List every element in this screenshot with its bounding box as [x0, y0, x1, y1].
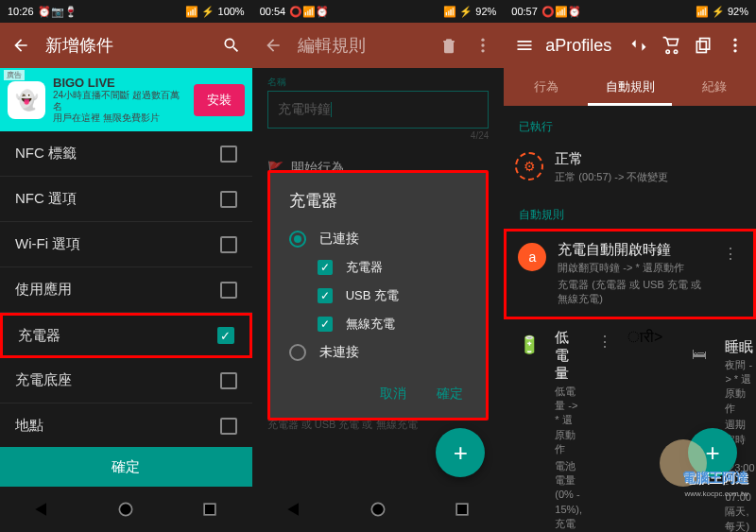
app-bar-title: 編輯規則 [298, 34, 425, 57]
more-icon[interactable] [473, 36, 492, 55]
status-icons: ⏰📷🍷 [38, 6, 77, 18]
screen-aprofiles: 00:57⭕📶⏰ 📶 ⚡ 92% aProfiles 行為 自動規則 紀錄 已執… [504, 0, 756, 532]
rule-sub: 充電器 (充電器 或 USB 充電 或 無線充電) [558, 278, 708, 307]
checkbox-checked[interactable]: ✓ [217, 327, 234, 344]
back-icon[interactable] [11, 36, 30, 55]
ad-label: 廣告 [4, 70, 25, 80]
app-bar: 新增條件 [0, 23, 252, 68]
nav-recent-icon[interactable] [200, 500, 219, 519]
status-time: 00:54 [260, 6, 286, 17]
app-bar-actions [629, 36, 745, 55]
condition-list: NFC 標籤 NFC 選項 Wi-Fi 選項 使用應用 充電器✓ 充電底座 地點… [0, 131, 252, 447]
svg-point-4 [482, 49, 485, 52]
checkbox[interactable] [220, 236, 237, 253]
watermark-url: www.kocpc.com.tw [684, 489, 748, 498]
radio-connected[interactable]: 已連接 [289, 225, 468, 253]
svg-rect-1 [204, 504, 215, 515]
svg-rect-8 [696, 42, 706, 53]
nav-home-icon[interactable] [369, 500, 387, 519]
check-wireless[interactable]: ✓無線充電 [289, 310, 468, 338]
rule-title: 睡眠 [725, 338, 754, 356]
confirm-button[interactable]: 確定 [0, 447, 252, 487]
rule-charger-clock[interactable]: a 充電自動開啟時鐘 開啟翻頁時鐘 -> * 還原動作 充電器 (充電器 或 U… [504, 229, 756, 318]
checkbox[interactable] [220, 418, 237, 435]
menu-icon[interactable] [515, 36, 534, 55]
checkbox[interactable] [220, 282, 237, 299]
ad-banner[interactable]: 廣告 👻 BIGO LIVE 24小時直播不間斷 超過數百萬名 用戶在這裡 無限… [0, 68, 252, 131]
nav-home-icon[interactable] [116, 500, 135, 519]
charger-dialog: 充電器 已連接 ✓充電器 ✓USB 充電 ✓無線充電 未連接 取消 確定 [267, 170, 490, 420]
copy-icon[interactable] [694, 36, 713, 55]
cancel-button[interactable]: 取消 [376, 380, 410, 408]
svg-point-0 [120, 503, 132, 515]
rule-low-battery[interactable]: 🔋 低電量 低電量 -> * 還原動作 電池電量 (0% - 15%), 充電器… [504, 319, 756, 532]
check-icon: ✓ [318, 317, 333, 332]
screen-edit-rule: 00:54⭕📶⏰ 📶 ⚡ 92% 編輯規則 名稱 充電時鐘 4/24 🚩 開始行… [252, 0, 505, 532]
status-time: 00:57 [511, 6, 538, 17]
search-icon[interactable] [222, 36, 241, 55]
list-item-nfc-option[interactable]: NFC 選項 [0, 177, 252, 222]
auto-rules-label: 自動規則 [504, 194, 756, 229]
ad-title: BIGO LIVE [53, 76, 186, 90]
nav-back-icon[interactable] [32, 500, 51, 519]
name-input-section: 名稱 充電時鐘 4/24 [252, 68, 505, 148]
checkbox[interactable] [220, 372, 237, 389]
cart-icon[interactable] [662, 36, 680, 55]
more-icon[interactable] [726, 36, 745, 55]
ok-button[interactable]: 確定 [433, 380, 467, 408]
char-count: 4/24 [267, 130, 490, 141]
ad-sub2: 用戶在這裡 無限免費影片 [53, 112, 186, 124]
svg-point-10 [733, 43, 736, 46]
radio-unselected-icon [289, 344, 306, 361]
cursor [331, 102, 332, 117]
name-input[interactable]: 充電時鐘 [267, 91, 490, 129]
check-icon: ✓ [318, 288, 333, 303]
nav-recent-icon[interactable] [453, 500, 472, 519]
delete-icon[interactable] [439, 36, 458, 55]
tab-auto-rules[interactable]: 自動規則 [588, 68, 672, 106]
watermark-text: 電腦王阿達 [682, 470, 748, 487]
check-charger[interactable]: ✓充電器 [289, 253, 468, 282]
svg-point-3 [482, 43, 485, 46]
app-bar: aProfiles [504, 23, 756, 68]
ad-install-button[interactable]: 安裝 [194, 84, 245, 116]
rule-title: 正常 [555, 150, 745, 168]
checkbox[interactable] [220, 146, 237, 163]
status-signal: 📶 ⚡ 100% [185, 6, 244, 18]
checkbox[interactable] [220, 191, 237, 208]
check-usb[interactable]: ✓USB 充電 [289, 282, 468, 310]
rule-sub: 夜間 -> * 還原動作 [725, 358, 754, 417]
svg-point-9 [733, 39, 736, 42]
list-item-charger[interactable]: 充電器✓ [0, 313, 252, 358]
transfer-icon[interactable] [629, 36, 648, 55]
tab-behavior[interactable]: 行為 [504, 68, 588, 106]
more-icon[interactable]: ⋮ [593, 329, 616, 354]
list-item-dock[interactable]: 充電底座 [0, 358, 252, 403]
executed-normal[interactable]: ⚙ 正常 正常 (00:57) -> 不做變更 [504, 141, 756, 194]
list-item-app-usage[interactable]: 使用應用 [0, 267, 252, 313]
input-label: 名稱 [267, 76, 490, 89]
rule-sub: 開啟翻頁時鐘 -> * 還原動作 [558, 261, 708, 275]
gear-icon: ⚙ [515, 152, 543, 180]
svg-point-5 [371, 503, 384, 515]
tab-log[interactable]: 紀錄 [672, 68, 756, 106]
radio-disconnected[interactable]: 未連接 [289, 338, 468, 367]
status-time: 10:26 [8, 6, 34, 17]
app-bar-title: aProfiles [545, 36, 618, 56]
nav-back-icon[interactable] [284, 500, 303, 519]
status-signal: 📶 ⚡ 92% [443, 6, 496, 18]
svg-point-11 [733, 49, 736, 52]
back-icon[interactable] [264, 36, 283, 55]
list-item-nfc-tag[interactable]: NFC 標籤 [0, 131, 252, 177]
svg-point-2 [482, 39, 485, 42]
nav-bar [0, 487, 252, 532]
screen-add-condition: 10:26⏰📷🍷 📶 ⚡ 100% 新增條件 廣告 👻 BIGO LIVE 24… [0, 0, 252, 532]
fab-add-button[interactable]: + [436, 428, 485, 477]
rule-title: 充電自動開啟時鐘 [558, 241, 708, 259]
more-icon[interactable]: ⋮ [719, 241, 742, 266]
ad-icon: 👻 [8, 81, 45, 119]
rule-sub: 正常 (00:57) -> 不做變更 [555, 170, 745, 184]
list-item-location[interactable]: 地點 [0, 403, 252, 447]
rules-content: 已執行 ⚙ 正常 正常 (00:57) -> 不做變更 自動規則 a 充電自動開… [504, 106, 756, 532]
list-item-wifi[interactable]: Wi-Fi 選項 [0, 222, 252, 267]
